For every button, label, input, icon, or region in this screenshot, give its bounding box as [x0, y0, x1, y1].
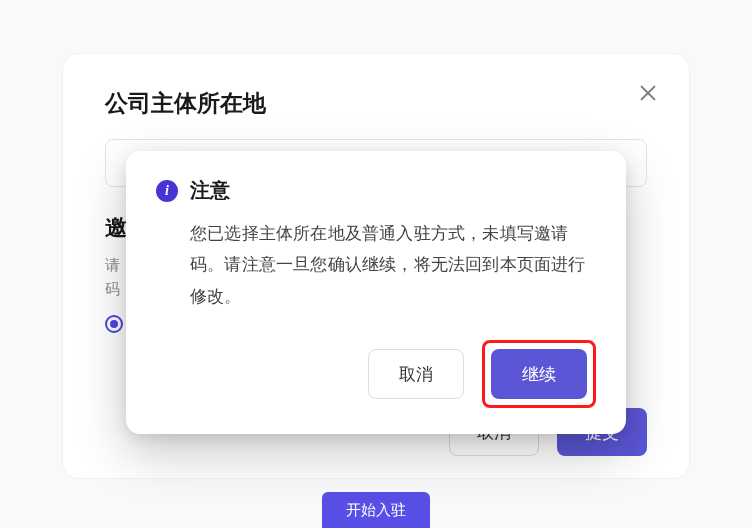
- confirm-continue-button[interactable]: 继续: [491, 349, 587, 399]
- info-icon: i: [156, 180, 178, 202]
- confirm-dialog-body: 您已选择主体所在地及普通入驻方式，未填写邀请码。请注意一旦您确认继续，将无法回到…: [156, 218, 596, 312]
- confirm-cancel-button[interactable]: 取消: [368, 349, 464, 399]
- confirm-dialog: i 注意 您已选择主体所在地及普通入驻方式，未填写邀请码。请注意一旦您确认继续，…: [126, 151, 626, 434]
- continue-highlight: 继续: [482, 340, 596, 408]
- confirm-dialog-title: 注意: [190, 177, 230, 204]
